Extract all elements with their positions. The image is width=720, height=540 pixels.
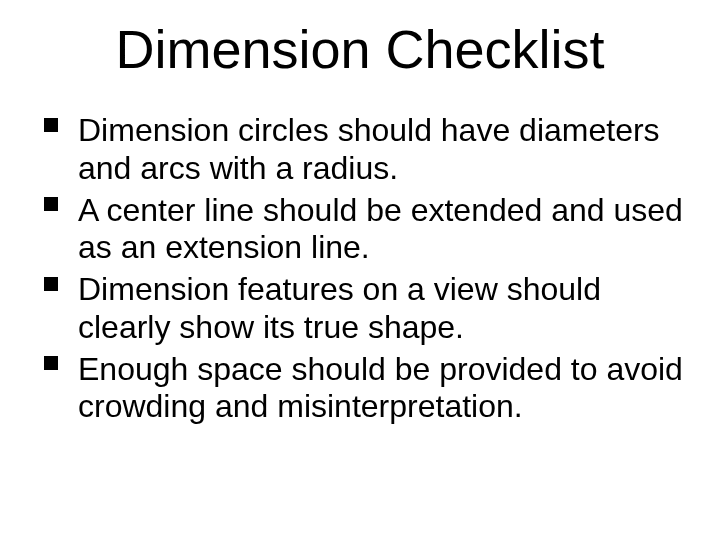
list-item-text: Dimension circles should have diameters …	[78, 112, 660, 186]
bullet-list: Dimension circles should have diameters …	[32, 112, 688, 426]
square-bullet-icon	[44, 277, 58, 291]
list-item-text: Enough space should be provided to avoid…	[78, 351, 683, 425]
list-item-text: Dimension features on a view should clea…	[78, 271, 601, 345]
slide: Dimension Checklist Dimension circles sh…	[0, 0, 720, 540]
square-bullet-icon	[44, 197, 58, 211]
list-item: A center line should be extended and use…	[44, 192, 688, 268]
list-item: Dimension circles should have diameters …	[44, 112, 688, 188]
list-item-text: A center line should be extended and use…	[78, 192, 683, 266]
square-bullet-icon	[44, 356, 58, 370]
square-bullet-icon	[44, 118, 58, 132]
list-item: Dimension features on a view should clea…	[44, 271, 688, 347]
list-item: Enough space should be provided to avoid…	[44, 351, 688, 427]
slide-title: Dimension Checklist	[32, 18, 688, 80]
